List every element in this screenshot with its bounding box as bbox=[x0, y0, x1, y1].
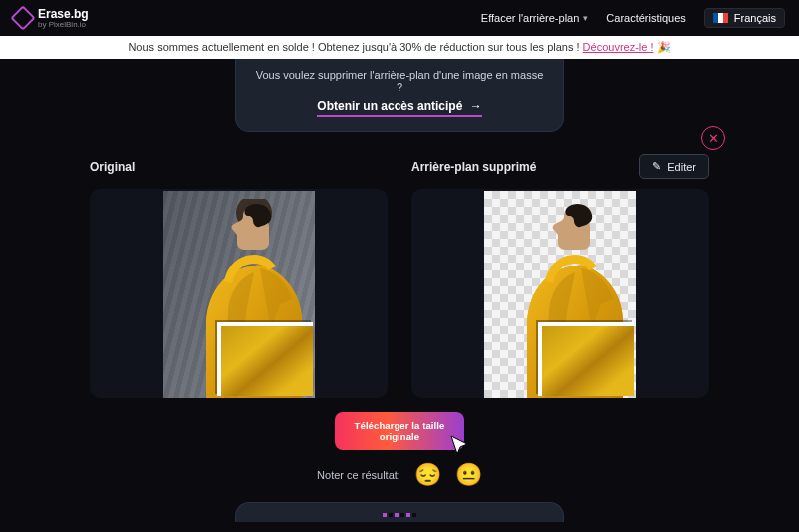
bulk-cta-label: Obtenir un accès anticipé bbox=[317, 99, 462, 113]
removed-image[interactable] bbox=[484, 191, 636, 398]
brand-logo[interactable]: Erase.bg by PixelBin.io bbox=[14, 8, 89, 29]
top-nav: Erase.bg by PixelBin.io Effacer l'arrièr… bbox=[0, 0, 799, 36]
pixel-icon bbox=[383, 513, 416, 517]
removed-header: Arrière-plan supprimé bbox=[411, 160, 536, 174]
bulk-text-line1: Vous voulez supprimer l'arrière-plan d'u… bbox=[254, 69, 545, 81]
pencil-icon: ✎ bbox=[652, 160, 661, 173]
party-popper-icon: 🎉 bbox=[657, 41, 671, 53]
compare-panels bbox=[90, 189, 709, 398]
nav-features-label: Caractéristiques bbox=[606, 12, 685, 24]
original-header: Original bbox=[90, 160, 388, 174]
brand-subtitle: by PixelBin.io bbox=[38, 21, 89, 29]
chevron-down-icon: ▾ bbox=[583, 13, 588, 23]
zoom-inset bbox=[538, 322, 634, 396]
brand-text: Erase.bg by PixelBin.io bbox=[38, 8, 89, 29]
arrow-right-icon: → bbox=[470, 99, 482, 113]
brand-logo-icon bbox=[10, 5, 35, 30]
download-line2: originale bbox=[380, 431, 420, 442]
removed-panel bbox=[411, 189, 709, 398]
rating-neutral-button[interactable]: 😐 bbox=[455, 462, 482, 488]
edit-label: Editer bbox=[667, 161, 696, 173]
language-selector[interactable]: Français bbox=[704, 8, 785, 28]
bulk-text-line2: ? bbox=[254, 81, 545, 93]
rating-row: Noter ce résultat: 😔 😐 bbox=[90, 462, 709, 488]
rating-sad-button[interactable]: 😔 bbox=[414, 462, 441, 488]
download-wrap: Télécharger la taille originale bbox=[335, 412, 464, 450]
sale-text: Nous sommes actuellement en solde ! Obte… bbox=[128, 41, 582, 53]
original-panel bbox=[90, 189, 388, 398]
download-original-button[interactable]: Télécharger la taille originale bbox=[335, 412, 464, 450]
sale-banner: Nous sommes actuellement en solde ! Obte… bbox=[0, 36, 799, 59]
rating-prompt: Noter ce résultat: bbox=[317, 469, 400, 481]
close-icon: ✕ bbox=[708, 131, 719, 146]
sale-cta-link[interactable]: Découvrez-le ! bbox=[583, 41, 654, 53]
original-image[interactable] bbox=[163, 191, 315, 398]
bulk-remove-card: Vous voulez supprimer l'arrière-plan d'u… bbox=[235, 59, 564, 132]
flag-fr-icon bbox=[713, 13, 728, 23]
nav-erase-label: Effacer l'arrière-plan bbox=[481, 12, 580, 24]
download-line1: Télécharger la taille bbox=[355, 420, 445, 431]
next-card bbox=[235, 502, 564, 522]
language-label: Français bbox=[734, 12, 776, 24]
nav-features-link[interactable]: Caractéristiques bbox=[606, 12, 685, 24]
bulk-cta-link[interactable]: Obtenir un accès anticipé → bbox=[317, 99, 481, 117]
close-button[interactable]: ✕ bbox=[701, 126, 725, 150]
brand-title: Erase.bg bbox=[38, 8, 89, 20]
zoom-inset bbox=[217, 322, 313, 396]
nav-erase-dropdown[interactable]: Effacer l'arrière-plan ▾ bbox=[481, 12, 589, 24]
edit-button[interactable]: ✎ Editer bbox=[639, 154, 709, 179]
compare-section: Original Arrière-plan supprimé ✎ Editer bbox=[90, 154, 709, 522]
compare-headers: Original Arrière-plan supprimé ✎ Editer bbox=[90, 154, 709, 179]
